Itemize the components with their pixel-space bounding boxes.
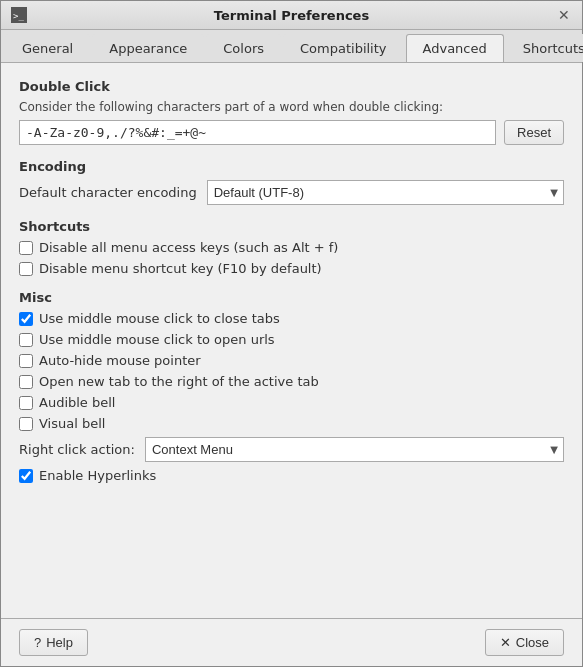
app-icon: >_ bbox=[11, 7, 27, 23]
visual-bell-row: Visual bell bbox=[19, 416, 564, 431]
visual-bell-label: Visual bell bbox=[39, 416, 105, 431]
encoding-select[interactable]: Default (UTF-8) UTF-8 ISO-8859-1 UTF-16 bbox=[207, 180, 564, 205]
audible-bell-checkbox[interactable] bbox=[19, 396, 33, 410]
middle-click-open-label: Use middle mouse click to open urls bbox=[39, 332, 275, 347]
tab-shortcuts[interactable]: Shortcuts bbox=[506, 34, 583, 62]
encoding-row: Default character encoding Default (UTF-… bbox=[19, 180, 564, 205]
svg-text:>_: >_ bbox=[13, 11, 24, 21]
disable-menu-shortcut-checkbox[interactable] bbox=[19, 262, 33, 276]
help-label: Help bbox=[46, 635, 73, 650]
enable-hyperlinks-label: Enable Hyperlinks bbox=[39, 468, 156, 483]
open-new-tab-right-checkbox[interactable] bbox=[19, 375, 33, 389]
encoding-label: Default character encoding bbox=[19, 185, 197, 200]
auto-hide-pointer-row: Auto-hide mouse pointer bbox=[19, 353, 564, 368]
main-content: Double Click Consider the following char… bbox=[1, 63, 582, 618]
tab-general[interactable]: General bbox=[5, 34, 90, 62]
auto-hide-pointer-label: Auto-hide mouse pointer bbox=[39, 353, 201, 368]
auto-hide-pointer-checkbox[interactable] bbox=[19, 354, 33, 368]
help-icon: ? bbox=[34, 635, 41, 650]
open-new-tab-right-row: Open new tab to the right of the active … bbox=[19, 374, 564, 389]
visual-bell-checkbox[interactable] bbox=[19, 417, 33, 431]
terminal-preferences-window: >_ Terminal Preferences ✕ General Appear… bbox=[0, 0, 583, 667]
misc-section-title: Misc bbox=[19, 290, 564, 305]
right-click-select[interactable]: Context Menu Paste Clipboard Paste Selec… bbox=[145, 437, 564, 462]
disable-menu-shortcut-row: Disable menu shortcut key (F10 by defaul… bbox=[19, 261, 564, 276]
right-click-action-label: Right click action: bbox=[19, 442, 135, 457]
double-click-description: Consider the following characters part o… bbox=[19, 100, 564, 114]
disable-menu-access-label: Disable all menu access keys (such as Al… bbox=[39, 240, 338, 255]
right-click-select-wrapper: Context Menu Paste Clipboard Paste Selec… bbox=[145, 437, 564, 462]
audible-bell-row: Audible bell bbox=[19, 395, 564, 410]
titlebar: >_ Terminal Preferences ✕ bbox=[1, 1, 582, 30]
tab-advanced[interactable]: Advanced bbox=[406, 34, 504, 62]
close-button[interactable]: ✕ Close bbox=[485, 629, 564, 656]
tab-compatibility[interactable]: Compatibility bbox=[283, 34, 404, 62]
disable-menu-access-row: Disable all menu access keys (such as Al… bbox=[19, 240, 564, 255]
encoding-select-wrapper: Default (UTF-8) UTF-8 ISO-8859-1 UTF-16 … bbox=[207, 180, 564, 205]
window-close-button[interactable]: ✕ bbox=[556, 7, 572, 23]
close-label: Close bbox=[516, 635, 549, 650]
double-click-input[interactable] bbox=[19, 120, 496, 145]
disable-menu-access-checkbox[interactable] bbox=[19, 241, 33, 255]
window-title: Terminal Preferences bbox=[27, 8, 556, 23]
footer: ? Help ✕ Close bbox=[1, 618, 582, 666]
middle-click-close-row: Use middle mouse click to close tabs bbox=[19, 311, 564, 326]
middle-click-open-row: Use middle mouse click to open urls bbox=[19, 332, 564, 347]
disable-menu-shortcut-label: Disable menu shortcut key (F10 by defaul… bbox=[39, 261, 322, 276]
encoding-section-title: Encoding bbox=[19, 159, 564, 174]
help-button[interactable]: ? Help bbox=[19, 629, 88, 656]
tab-bar: General Appearance Colors Compatibility … bbox=[1, 30, 582, 63]
tab-appearance[interactable]: Appearance bbox=[92, 34, 204, 62]
middle-click-close-checkbox[interactable] bbox=[19, 312, 33, 326]
open-new-tab-right-label: Open new tab to the right of the active … bbox=[39, 374, 319, 389]
enable-hyperlinks-row: Enable Hyperlinks bbox=[19, 468, 564, 483]
audible-bell-label: Audible bell bbox=[39, 395, 115, 410]
middle-click-open-checkbox[interactable] bbox=[19, 333, 33, 347]
enable-hyperlinks-checkbox[interactable] bbox=[19, 469, 33, 483]
right-click-action-row: Right click action: Context Menu Paste C… bbox=[19, 437, 564, 462]
double-click-section-title: Double Click bbox=[19, 79, 564, 94]
shortcuts-section-title: Shortcuts bbox=[19, 219, 564, 234]
middle-click-close-label: Use middle mouse click to close tabs bbox=[39, 311, 280, 326]
close-icon: ✕ bbox=[500, 635, 511, 650]
tab-colors[interactable]: Colors bbox=[206, 34, 281, 62]
double-click-input-row: Reset bbox=[19, 120, 564, 145]
reset-button[interactable]: Reset bbox=[504, 120, 564, 145]
